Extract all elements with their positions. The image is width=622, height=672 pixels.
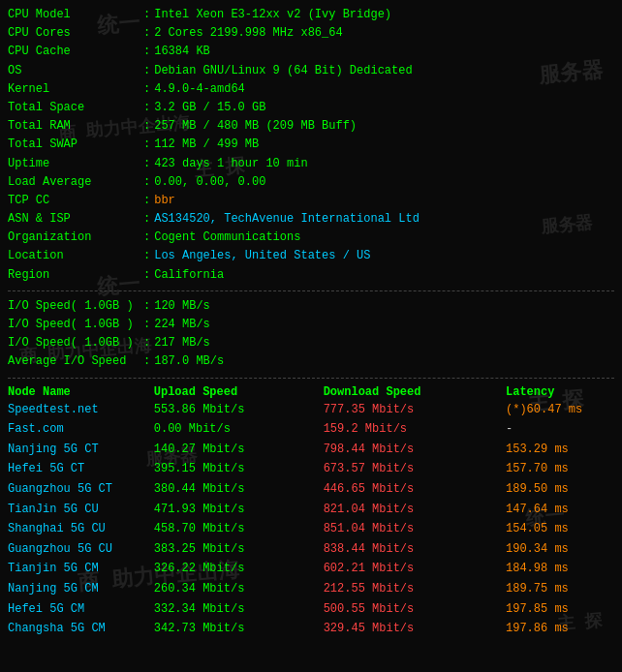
asn-row: ASN & ISP : AS134520, TechAvenue Interna… (8, 210, 614, 229)
sep-11: : (143, 192, 150, 210)
tcp-cc-label: TCP CC (8, 192, 143, 210)
kernel-value: 4.9.0-4-amd64 (154, 80, 245, 99)
io2-label: I/O Speed( 1.0GB ) (8, 316, 143, 334)
io3-value: 217 MB/s (154, 334, 210, 352)
table-row: Nanjing 5G CT140.27 Mbit/s798.44 Mbit/s1… (8, 440, 614, 460)
uptime-value: 423 days 1 hour 10 min (154, 155, 307, 173)
location-value: Los Angeles, United States / US (154, 247, 370, 265)
cpu-cache-label: CPU Cache (8, 43, 143, 61)
upload-speed-cell: 458.70 Mbit/s (154, 519, 324, 539)
sep-13: : (143, 229, 150, 247)
download-speed-cell: 838.44 Mbit/s (324, 539, 506, 560)
upload-speed-cell: 332.34 Mbit/s (154, 599, 324, 620)
os-label: OS (8, 62, 143, 80)
sep-4: : (143, 62, 150, 80)
table-row: Shanghai 5G CU458.70 Mbit/s851.04 Mbit/s… (8, 519, 614, 539)
total-swap-row: Total SWAP : 112 MB / 499 MB (8, 136, 614, 154)
load-avg-row: Load Average : 0.00, 0.00, 0.00 (8, 173, 614, 192)
col-download-header: Download Speed (324, 384, 506, 400)
download-speed-cell: 798.44 Mbit/s (324, 440, 506, 460)
sep-8: : (143, 136, 150, 154)
download-speed-cell: 777.35 Mbit/s (324, 400, 506, 420)
avg-io-label: Average I/O Speed (8, 352, 143, 371)
node-name-cell: TianJin 5G CU (8, 500, 154, 520)
io1-value: 120 MB/s (154, 297, 210, 316)
kernel-row: Kernel : 4.9.0-4-amd64 (8, 80, 614, 99)
node-name-cell: Speedtest.net (8, 400, 154, 420)
latency-cell: 197.85 ms (506, 599, 614, 620)
latency-cell: 157.70 ms (506, 459, 614, 479)
sep-1: : (143, 6, 150, 24)
node-name-cell: Guangzhou 5G CU (8, 539, 154, 560)
latency-cell: 154.05 ms (506, 519, 614, 539)
col-node-header: Node Name (8, 384, 154, 400)
tcp-cc-value: bbr (154, 192, 175, 210)
col-upload-header: Upload Speed (154, 384, 324, 400)
sep-3: : (143, 43, 150, 61)
avg-io-value: 187.0 MB/s (154, 352, 224, 371)
table-row: Changsha 5G CM342.73 Mbit/s329.45 Mbit/s… (8, 619, 614, 639)
total-ram-row: Total RAM : 257 MB / 480 MB (209 MB Buff… (8, 117, 614, 136)
speed-table-body: Speedtest.net553.86 Mbit/s777.35 Mbit/s(… (8, 400, 614, 639)
asn-value: AS134520, TechAvenue International Ltd (154, 210, 420, 229)
upload-speed-cell: 380.44 Mbit/s (154, 479, 324, 500)
table-row: Guangzhou 5G CU383.25 Mbit/s838.44 Mbit/… (8, 539, 614, 560)
io2-value: 224 MB/s (154, 316, 210, 334)
sep-12: : (143, 210, 150, 229)
os-row: OS : Debian GNU/Linux 9 (64 Bit) Dedicat… (8, 62, 614, 80)
region-row: Region : California (8, 266, 614, 285)
avg-io-row: Average I/O Speed : 187.0 MB/s (8, 352, 614, 371)
cpu-cores-label: CPU Cores (8, 24, 143, 43)
upload-speed-cell: 326.22 Mbit/s (154, 559, 324, 579)
io1-label: I/O Speed( 1.0GB ) (8, 297, 143, 316)
download-speed-cell: 212.55 Mbit/s (324, 579, 506, 599)
cpu-cache-value: 16384 KB (154, 43, 210, 61)
uptime-label: Uptime (8, 155, 143, 173)
table-row: Fast.com0.00 Mbit/s159.2 Mbit/s- (8, 419, 614, 440)
region-value: California (154, 266, 224, 285)
latency-cell: 190.34 ms (506, 539, 614, 560)
download-speed-cell: 673.57 Mbit/s (324, 459, 506, 479)
upload-speed-cell: 0.00 Mbit/s (154, 419, 324, 440)
node-name-cell: Changsha 5G CM (8, 619, 154, 639)
node-name-cell: Nanjing 5G CT (8, 440, 154, 460)
node-name-cell: Hefei 5G CM (8, 599, 154, 620)
sep-14: : (143, 247, 150, 265)
kernel-label: Kernel (8, 80, 143, 99)
cpu-model-row: CPU Model : Intel Xeon E3-12xx v2 (Ivy B… (8, 6, 614, 24)
node-name-cell: Shanghai 5G CU (8, 519, 154, 539)
org-value: Cogent Communications (154, 229, 300, 247)
upload-speed-cell: 395.15 Mbit/s (154, 459, 324, 479)
location-row: Location : Los Angeles, United States / … (8, 247, 614, 265)
table-row: Guangzhou 5G CT380.44 Mbit/s446.65 Mbit/… (8, 479, 614, 500)
node-name-cell: Hefei 5G CT (8, 459, 154, 479)
total-swap-value: 112 MB / 499 MB (154, 136, 259, 154)
speed-table-header: Node Name Upload Speed Download Speed La… (8, 384, 614, 400)
upload-speed-cell: 553.86 Mbit/s (154, 400, 324, 420)
download-speed-cell: 329.45 Mbit/s (324, 619, 506, 639)
sep-18: : (143, 334, 150, 352)
sep-15: : (143, 266, 150, 285)
org-row: Organization : Cogent Communications (8, 229, 614, 247)
org-label: Organization (8, 229, 143, 247)
cpu-model-label: CPU Model (8, 6, 143, 24)
latency-cell: 147.64 ms (506, 500, 614, 520)
upload-speed-cell: 342.73 Mbit/s (154, 619, 324, 639)
table-row: Nanjing 5G CM260.34 Mbit/s212.55 Mbit/s1… (8, 579, 614, 599)
download-speed-cell: 500.55 Mbit/s (324, 599, 506, 620)
uptime-row: Uptime : 423 days 1 hour 10 min (8, 155, 614, 173)
region-label: Region (8, 266, 143, 285)
total-ram-value: 257 MB / 480 MB (209 MB Buff) (154, 117, 357, 136)
node-name-cell: Guangzhou 5G CT (8, 479, 154, 500)
download-speed-cell: 851.04 Mbit/s (324, 519, 506, 539)
download-speed-cell: 446.65 Mbit/s (324, 479, 506, 500)
speed-section: Node Name Upload Speed Download Speed La… (8, 384, 614, 639)
total-space-label: Total Space (8, 99, 143, 117)
asn-label: ASN & ISP (8, 210, 143, 229)
upload-speed-cell: 260.34 Mbit/s (154, 579, 324, 599)
latency-cell: 184.98 ms (506, 559, 614, 579)
sep-7: : (143, 117, 150, 136)
io2-row: I/O Speed( 1.0GB ) : 224 MB/s (8, 316, 614, 334)
node-name-cell: Tianjin 5G CM (8, 559, 154, 579)
cpu-cores-row: CPU Cores : 2 Cores 2199.998 MHz x86_64 (8, 24, 614, 43)
